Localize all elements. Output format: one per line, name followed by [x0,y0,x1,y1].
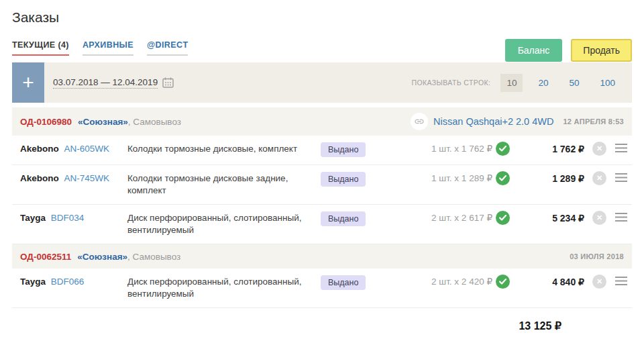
order-id[interactable]: ОД-0106980 [20,117,72,127]
item-menu-icon[interactable] [614,276,628,289]
order-id[interactable]: ОД-0062511 [20,252,71,262]
item-brand: Tayga [20,277,46,287]
order-delivery-method: , Самовывоз [127,252,180,262]
add-order-button[interactable]: + [12,62,44,103]
item-description: Диск перфорированный, слотированный, вен… [127,276,321,300]
rows-per-page: ПОКАЗЫВАТЬ СТРОК: 10 20 50 100 [412,62,621,103]
grand-total: 13 125 ₽ [519,320,561,332]
order-store-link[interactable]: «Союзная» [77,252,127,262]
item-article-link[interactable]: BDF034 [51,213,85,223]
check-circle-icon [496,142,510,156]
item-brand: Akebono [20,173,59,183]
item-article-link[interactable]: AN-745WK [64,173,110,183]
grand-total-row: 13 125 ₽ [12,308,632,332]
car-link[interactable]: Nissan Qashqai+2 2.0 4WD [433,116,553,127]
status-badge: Выдано [321,275,366,290]
item-menu-icon[interactable] [614,212,628,225]
item-article-link[interactable]: AN-605WK [64,144,110,154]
remove-item-icon[interactable]: ✕ [592,171,606,185]
item-qty-price: 1 шт. x 1 289 ₽ [431,173,492,185]
status-badge: Выдано [321,211,366,226]
rows-option-20[interactable]: 20 [533,74,553,92]
tab-archive[interactable]: АРХИВНЫЕ [83,40,133,56]
rows-option-10[interactable]: 10 [500,74,523,92]
remove-item-icon[interactable]: ✕ [592,211,606,225]
rows-option-50[interactable]: 50 [564,74,584,92]
order-date: 12 АПРЕЛЯ 8:53 [563,117,624,126]
check-circle-icon [496,275,510,289]
order-header: ОД-0106980 «Союзная» , Самовывоз Nissan … [12,107,632,136]
sell-button[interactable]: Продать [571,39,632,62]
order-items: Tayga BDF066 Диск перфорированный, слоти… [12,269,632,308]
toolbar: + 03.07.2018 — 12.04.2019 ПОКАЗЫВАТЬ СТР… [12,62,632,103]
order-block: ОД-0106980 «Союзная» , Самовывоз Nissan … [12,107,632,244]
item-qty-price: 2 шт. x 2 420 ₽ [431,276,492,288]
balance-button[interactable]: Баланс [505,39,563,62]
item-total: 4 840 ₽ [510,276,588,288]
tab-current[interactable]: ТЕКУЩИЕ (4) [12,40,69,56]
date-range-picker[interactable]: 03.07.2018 — 12.04.2019 [53,77,158,89]
status-badge: Выдано [321,172,366,187]
item-description: Колодки тормозные дисковые, комплект [127,143,321,155]
item-menu-icon[interactable] [614,143,628,156]
item-total: 1 762 ₽ [510,143,588,155]
orders-page: Заказы ТЕКУЩИЕ (4) АРХИВНЫЕ @DIRECT Бала… [0,9,644,339]
item-description: Диск перфорированный, слотированный, вен… [127,212,321,236]
order-item-row: Tayga BDF034 Диск перфорированный, слоти… [12,205,632,244]
rows-per-page-label: ПОКАЗЫВАТЬ СТРОК: [412,79,491,87]
item-brand: Tayga [20,213,46,223]
order-date: 03 ИЮЛЯ 2018 [570,252,624,260]
calendar-icon[interactable] [162,77,174,88]
remove-item-icon[interactable]: ✕ [592,142,606,156]
order-item-row: Akebono AN-605WK Колодки тормозные диско… [12,136,632,165]
remove-item-icon[interactable]: ✕ [592,275,606,289]
item-brand: Akebono [20,144,59,154]
order-block: ОД-0062511 «Союзная» , Самовывоз 03 ИЮЛЯ… [12,244,632,308]
check-circle-icon [496,211,510,225]
orders-list: ОД-0106980 «Союзная» , Самовывоз Nissan … [12,107,632,308]
order-item-row: Akebono AN-745WK Колодки тормозные диско… [12,165,632,205]
item-total: 5 234 ₽ [510,212,588,224]
status-badge: Выдано [321,142,366,157]
item-total: 1 289 ₽ [510,173,588,185]
order-delivery-method: , Самовывоз [128,117,181,127]
order-items: Akebono AN-605WK Колодки тормозные диско… [12,136,632,244]
tab-direct[interactable]: @DIRECT [147,40,189,56]
check-circle-icon [496,171,510,185]
order-car: Nissan Qashqai+2 2.0 4WD [411,113,553,130]
item-qty-price: 2 шт. x 2 617 ₽ [431,212,492,224]
order-item-row: Tayga BDF066 Диск перфорированный, слоти… [12,269,632,308]
item-description: Колодки тормозные дисковые задние, компл… [127,173,321,197]
item-qty-price: 1 шт. x 1 762 ₽ [431,143,492,155]
order-store-link[interactable]: «Союзная» [78,117,128,127]
page-title: Заказы [12,9,632,26]
item-menu-icon[interactable] [614,173,628,185]
order-header: ОД-0062511 «Союзная» , Самовывоз 03 ИЮЛЯ… [12,244,632,269]
rows-option-100[interactable]: 100 [594,74,621,92]
plus-icon: + [22,71,34,93]
header-actions: Баланс Продать [505,39,632,62]
car-link-icon [411,113,428,130]
item-article-link[interactable]: BDF066 [51,277,85,287]
